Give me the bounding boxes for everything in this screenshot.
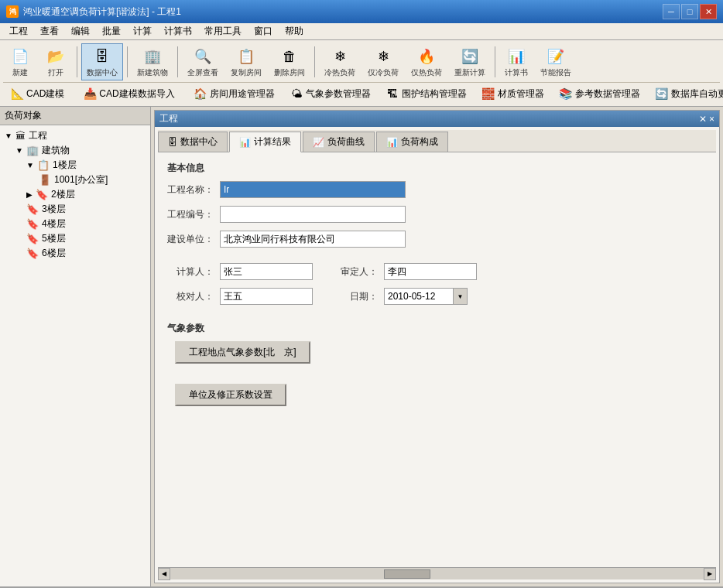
tree-floor5[interactable]: 🔖 5楼层 (3, 231, 147, 246)
newbuilding-button[interactable]: 🏢 新建筑物 (132, 43, 173, 80)
menu-calcbook[interactable]: 计算书 (158, 23, 198, 39)
horizontal-scrollbar[interactable]: ◀ ▶ (158, 567, 716, 579)
refdata-icon: 📚 (559, 87, 573, 101)
minimize-button[interactable]: ─ (663, 4, 680, 19)
separator-2 (127, 46, 128, 77)
cadmodel-label: CAD建模 (26, 87, 64, 101)
roomuse-button[interactable]: 🏠 房间用途管理器 (187, 84, 282, 104)
envelope-button[interactable]: 🏗 围护结构管理器 (379, 84, 474, 104)
menu-calc[interactable]: 计算 (127, 23, 158, 39)
tab-loadcomp[interactable]: 📊 负荷构成 (376, 132, 448, 152)
tab-loadcurve[interactable]: 📈 负荷曲线 (303, 132, 375, 152)
date-input[interactable] (384, 288, 454, 305)
recalc-icon: 🔄 (459, 46, 481, 67)
heatonly-icon: 🔥 (416, 46, 437, 67)
menu-window[interactable]: 窗口 (248, 23, 279, 39)
tab-loadcurve-label: 负荷曲线 (327, 135, 365, 149)
date-label: 日期： (331, 290, 378, 303)
recalc-button[interactable]: 🔄 重新计算 (449, 43, 491, 80)
checker-input[interactable] (220, 288, 313, 305)
scroll-track[interactable] (170, 569, 704, 579)
weather-params-button[interactable]: 工程地点气象参数[北 京] (175, 341, 310, 364)
units-settings-button[interactable]: 单位及修正系数设置 (175, 384, 286, 406)
date-input-wrap: ▼ (384, 288, 468, 305)
coolheatload-button[interactable]: ❄ 冷热负荷 (319, 43, 361, 80)
cadmodel-button[interactable]: 📐 CAD建模 (3, 84, 71, 104)
tree-floor4[interactable]: 🔖 4楼层 (3, 217, 147, 231)
project-code-row: 工程编号： (167, 206, 707, 223)
project-name-input[interactable] (220, 181, 406, 198)
roomuse-icon: 🏠 (194, 87, 207, 101)
scroll-thumb[interactable] (384, 569, 430, 579)
tree-icon-floor1: 📋 (37, 159, 50, 171)
company-input[interactable] (220, 231, 406, 248)
fullscreen-button[interactable]: 🔍 全屏查看 (182, 43, 224, 80)
tree-floor6[interactable]: 🔖 6楼层 (3, 246, 147, 261)
deleteroom-button[interactable]: 🗑 删除房间 (269, 43, 310, 80)
expand-icon-root: ▼ (5, 132, 12, 140)
project-code-input[interactable] (220, 206, 406, 223)
maximize-button[interactable]: □ (681, 4, 698, 19)
tree-floor1[interactable]: ▼ 📋 1楼层 (3, 158, 147, 173)
tab-loadcomp-label: 负荷构成 (401, 135, 438, 149)
recalc-label: 重新计算 (454, 67, 485, 78)
menu-help[interactable]: 帮助 (279, 23, 310, 39)
calcbook-button[interactable]: 📊 计算书 (499, 43, 533, 80)
calculator-label: 计算人： (167, 265, 214, 279)
energyreport-button[interactable]: 📝 节能报告 (535, 43, 577, 80)
energyreport-icon: 📝 (545, 46, 567, 67)
new-button[interactable]: 📄 新建 (3, 43, 37, 80)
inner-window-title-bar: 工程 ✕ × (155, 111, 719, 127)
project-code-label: 工程编号： (167, 208, 214, 221)
window-title: 鸿业暖通空调负荷计算[谐波法] - 工程1 (23, 5, 181, 19)
inner-window: 工程 ✕ × 🗄 数据中心 📊 计算结果 📈 (154, 110, 720, 583)
tab-calcresult[interactable]: 📊 计算结果 (229, 132, 301, 152)
scroll-right-button[interactable]: ▶ (704, 568, 716, 580)
tree-label-floor2: 2楼层 (51, 188, 75, 201)
newbuilding-icon: 🏢 (142, 46, 163, 67)
open-button[interactable]: 📂 打开 (39, 43, 73, 80)
expand-icon-floor1: ▼ (26, 161, 34, 169)
reviewer-input[interactable] (384, 263, 477, 280)
copyroom-button[interactable]: 📋 复制房间 (225, 43, 267, 80)
tree-area[interactable]: ▼ 🏛 工程 ▼ 🏢 建筑物 ▼ 📋 1楼层 🚪 1001[办公室] ▶ 🔖 (0, 125, 150, 586)
tree-room1001[interactable]: 🚪 1001[办公室] (3, 173, 147, 187)
menu-edit[interactable]: 编辑 (65, 23, 96, 39)
calculator-input[interactable] (220, 263, 313, 280)
expand-icon-floor2: ▶ (26, 190, 33, 199)
menu-project[interactable]: 工程 (3, 23, 34, 39)
separator-3 (177, 46, 178, 77)
tree-icon-floor6: 🔖 (26, 248, 39, 259)
tree-floor3[interactable]: 🔖 3楼层 (3, 202, 147, 217)
inner-window-title-text: 工程 (159, 112, 178, 125)
menu-bar: 工程 查看 编辑 批量 计算 计算书 常用工具 窗口 帮助 (0, 23, 723, 40)
tree-icon-floor3: 🔖 (26, 203, 39, 215)
tree-root[interactable]: ▼ 🏛 工程 (3, 128, 147, 143)
tree-label-building: 建筑物 (42, 144, 70, 157)
date-dropdown-button[interactable]: ▼ (454, 288, 468, 305)
menu-view[interactable]: 查看 (34, 23, 65, 39)
scroll-left-button[interactable]: ◀ (158, 568, 170, 580)
weather-label: 气象参数管理器 (306, 87, 371, 101)
dbupdate-button[interactable]: 🔄 数据库自动更新 (648, 84, 723, 104)
coolheatload-icon: ❄ (329, 46, 351, 67)
copyroom-label: 复制房间 (231, 67, 262, 78)
tree-icon-root: 🏛 (15, 130, 26, 142)
tree-floor2[interactable]: ▶ 🔖 2楼层 (3, 187, 147, 202)
refdata-button[interactable]: 📚 参考数据管理器 (552, 84, 647, 104)
tab-datacenter[interactable]: 🗄 数据中心 (158, 132, 228, 152)
weather-button[interactable]: 🌤 气象参数管理器 (283, 84, 378, 104)
tree-building[interactable]: ▼ 🏢 建筑物 (3, 143, 147, 158)
heatonly-button[interactable]: 🔥 仅热负荷 (406, 43, 447, 80)
calcbook-label: 计算书 (505, 67, 528, 78)
inner-window-close-button[interactable]: ✕ × (699, 114, 714, 125)
close-button[interactable]: ✕ (700, 4, 717, 19)
datacenter-button[interactable]: 🗄 数据中心 (81, 43, 123, 80)
menu-tools[interactable]: 常用工具 (198, 23, 248, 39)
material-button[interactable]: 🧱 材质管理器 (475, 84, 551, 104)
tree-label-floor1: 1楼层 (53, 159, 77, 172)
coolonly-button[interactable]: ❄ 仅冷负荷 (362, 43, 404, 80)
heatonly-label: 仅热负荷 (411, 67, 442, 78)
cadimport-button[interactable]: 📥 CAD建模数据导入 (76, 84, 181, 104)
menu-batch[interactable]: 批量 (96, 23, 127, 39)
